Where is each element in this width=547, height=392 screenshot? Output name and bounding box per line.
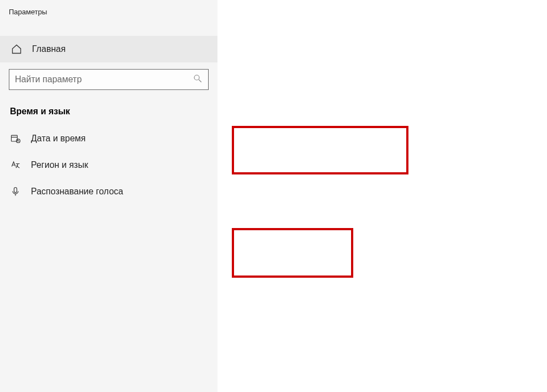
- language-icon: [10, 160, 21, 171]
- sidebar-item-label: Регион и язык: [31, 160, 88, 170]
- search-icon: [193, 73, 203, 86]
- search-input[interactable]: [15, 75, 193, 84]
- svg-point-0: [194, 75, 199, 80]
- sidebar-category: Время и язык: [0, 101, 217, 122]
- annotation-highlight-1: [232, 126, 408, 174]
- sidebar-item-speech[interactable]: Распознавание голоса: [0, 178, 217, 205]
- nav-home[interactable]: Главная: [0, 36, 217, 62]
- sidebar-item-label: Распознавание голоса: [31, 187, 123, 197]
- svg-line-1: [199, 80, 201, 82]
- nav-home-label: Главная: [32, 44, 66, 54]
- search-box[interactable]: [9, 69, 209, 90]
- svg-line-6: [18, 141, 19, 141]
- svg-rect-7: [14, 188, 17, 193]
- annotation-highlight-2: [232, 228, 353, 278]
- calendar-clock-icon: [10, 133, 21, 144]
- sidebar-item-datetime[interactable]: Дата и время: [0, 125, 217, 152]
- app-title: Параметры: [0, 8, 217, 16]
- home-icon: [11, 44, 22, 55]
- sidebar: Параметры Главная Время и язык: [0, 0, 217, 392]
- sidebar-item-region[interactable]: Регион и язык: [0, 152, 217, 178]
- search-wrap: [9, 69, 209, 90]
- settings-window: Параметры Главная Время и язык: [0, 0, 547, 392]
- sidebar-item-label: Дата и время: [31, 134, 86, 144]
- microphone-icon: [10, 186, 21, 197]
